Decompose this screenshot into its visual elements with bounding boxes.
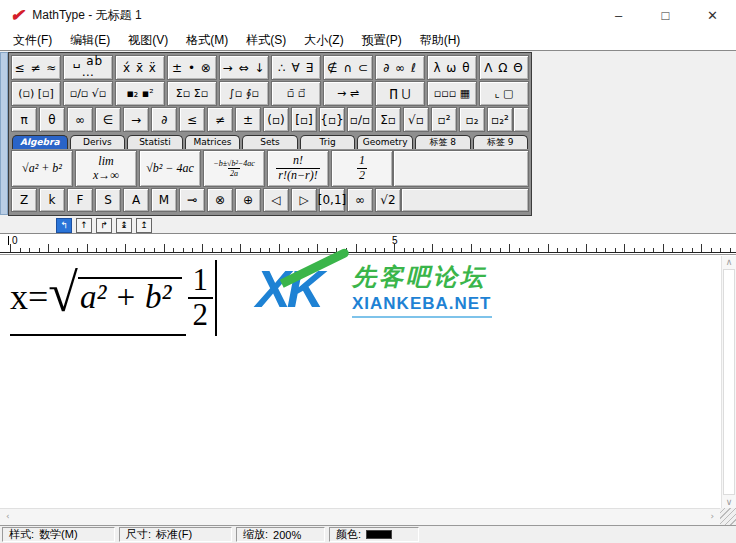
small-symbol-button[interactable]: ▫∕▫ bbox=[347, 107, 373, 132]
small-symbol-button[interactable]: ± bbox=[235, 107, 261, 132]
palette-tab[interactable]: 标签 8 bbox=[415, 135, 471, 149]
small-symbol-button[interactable]: ▫₂ bbox=[459, 107, 485, 132]
menu-item[interactable]: 视图(V) bbox=[119, 30, 177, 50]
small-symbol-button[interactable]: ≤ bbox=[179, 107, 205, 132]
palette-tab[interactable]: 标签 9 bbox=[473, 135, 529, 149]
palette-tab[interactable]: Matrices bbox=[185, 135, 241, 149]
small-symbol-button[interactable]: ⊸ bbox=[179, 188, 205, 212]
scroll-down-icon[interactable]: ∨ bbox=[722, 497, 736, 507]
scroll-left-icon[interactable]: ‹ bbox=[6, 511, 10, 521]
template-palette-button[interactable]: (▫) [▫] bbox=[11, 81, 61, 106]
symbol-palette-button[interactable]: λ ω θ bbox=[427, 55, 477, 80]
palette-tab[interactable]: Sets bbox=[242, 135, 298, 149]
small-symbol-button[interactable]: ▫₂² bbox=[487, 107, 513, 132]
small-symbol-button[interactable]: π bbox=[11, 107, 37, 132]
expression-template-button[interactable]: −b±√b²−4ac 2a bbox=[203, 150, 265, 187]
insertion-style-button[interactable]: ↥ bbox=[136, 218, 152, 233]
symbol-palette-button[interactable]: ≤ ≠ ≈ bbox=[11, 55, 61, 80]
template-palette-button[interactable]: Σ▫ Σ▫ bbox=[167, 81, 217, 106]
insertion-style-button[interactable]: ↰ bbox=[56, 218, 72, 233]
status-size[interactable]: 尺寸: 标准(F) bbox=[119, 527, 232, 542]
template-palette-button[interactable]: ▫▫▫ ▦ bbox=[427, 81, 477, 106]
menu-item[interactable]: 预置(P) bbox=[353, 30, 411, 50]
menu-item[interactable]: 样式(S) bbox=[237, 30, 295, 50]
small-symbol-button[interactable]: {▫} bbox=[319, 107, 345, 132]
palette-tab[interactable]: Trig bbox=[300, 135, 356, 149]
horizontal-scrollbar[interactable]: ‹ › bbox=[0, 508, 720, 525]
status-style[interactable]: 样式: 数学(M) bbox=[2, 527, 115, 542]
small-symbol-button[interactable]: ∞ bbox=[67, 107, 93, 132]
small-symbol-button[interactable]: ⊕ bbox=[235, 188, 261, 212]
palette-tab[interactable]: Statisti bbox=[127, 135, 183, 149]
small-symbol-button[interactable]: ▫² bbox=[431, 107, 457, 132]
radicand: a² + b² bbox=[78, 277, 182, 318]
small-symbol-button[interactable]: M bbox=[151, 188, 177, 212]
scroll-up-icon[interactable]: ∧ bbox=[722, 257, 736, 267]
menu-item[interactable]: 文件(F) bbox=[4, 30, 61, 50]
small-symbol-button[interactable]: ∞ bbox=[347, 188, 373, 212]
maximize-button[interactable]: □ bbox=[642, 0, 689, 30]
small-symbol-button[interactable]: ▷ bbox=[291, 188, 317, 212]
expression-template-button[interactable]: n! r!(n−r)! bbox=[267, 150, 329, 187]
minimize-button[interactable]: – bbox=[595, 0, 642, 30]
small-symbol-button[interactable]: ⊗ bbox=[207, 188, 233, 212]
symbol-palette-button[interactable]: → ⇔ ↓ bbox=[219, 55, 269, 80]
vertical-scrollbar[interactable]: ∧ ∨ bbox=[721, 256, 736, 508]
scroll-right-icon[interactable]: › bbox=[710, 511, 714, 521]
close-button[interactable]: ✕ bbox=[689, 0, 736, 30]
menu-item[interactable]: 大小(Z) bbox=[295, 30, 352, 50]
small-symbol-button[interactable]: [0,1] bbox=[319, 188, 345, 212]
menu-item[interactable]: 编辑(E) bbox=[61, 30, 119, 50]
symbol-palette-button[interactable]: Λ Ω Θ bbox=[479, 55, 529, 80]
template-palette-button[interactable]: ▫̄ ▫⃗ bbox=[271, 81, 321, 106]
symbol-palette-button[interactable]: ± • ⊗ bbox=[167, 55, 217, 80]
symbol-palette-button[interactable]: ␣ ab ⋯ bbox=[63, 55, 113, 80]
symbol-palette-button[interactable]: ∴ ∀ ∃ bbox=[271, 55, 321, 80]
small-symbol-button[interactable]: ≠ bbox=[207, 107, 233, 132]
expression-template-button[interactable]: √a² + b² bbox=[11, 150, 73, 187]
symbol-palette-button[interactable]: x́ x̄ ẍ bbox=[115, 55, 165, 80]
symbol-palette-button[interactable]: ∂ ∞ ℓ bbox=[375, 55, 425, 80]
small-symbol-button[interactable]: F bbox=[67, 188, 93, 212]
small-symbol-button[interactable]: (▫) bbox=[263, 107, 289, 132]
palette-tab[interactable]: Geometry bbox=[357, 135, 413, 149]
expression-template-button[interactable]: √b² − 4ac bbox=[139, 150, 201, 187]
small-symbol-button[interactable]: Z bbox=[11, 188, 37, 212]
status-color[interactable]: 颜色: bbox=[329, 527, 419, 542]
insertion-style-button[interactable]: ↱ bbox=[96, 218, 112, 233]
palette-tab[interactable]: Algebra bbox=[12, 135, 68, 149]
insertion-style-button[interactable]: ↨ bbox=[116, 218, 132, 233]
small-symbol-button[interactable]: A bbox=[123, 188, 149, 212]
small-symbol-button[interactable]: S bbox=[95, 188, 121, 212]
small-symbol-button[interactable]: → bbox=[123, 107, 149, 132]
template-palette-button[interactable]: ▫/▫ √▫ bbox=[63, 81, 113, 106]
expression-template-button[interactable]: lim x→∞ bbox=[75, 150, 137, 187]
small-symbol-button[interactable]: ∈ bbox=[95, 107, 121, 132]
app-icon[interactable]: ✔ bbox=[10, 5, 24, 26]
small-symbol-button[interactable]: Σ▫ bbox=[375, 107, 401, 132]
menu-item[interactable]: 格式(M) bbox=[177, 30, 237, 50]
menu-item[interactable]: 帮助(H) bbox=[411, 30, 470, 50]
small-symbol-button[interactable]: √▫ bbox=[403, 107, 429, 132]
small-symbol-button[interactable]: [▫] bbox=[291, 107, 317, 132]
resize-grip[interactable] bbox=[720, 508, 736, 525]
ruler[interactable]: 0 5 bbox=[0, 233, 736, 253]
symbol-palette-button[interactable]: ∉ ∩ ⊂ bbox=[323, 55, 373, 80]
equation-canvas[interactable]: x= √ a² + b² 1 2 XK 先客吧论坛 XIANKEBA.NET ∧ bbox=[0, 254, 736, 508]
small-symbol-button[interactable]: θ bbox=[39, 107, 65, 132]
insertion-style-button[interactable]: ↑ bbox=[76, 218, 92, 233]
expression-template-button[interactable]: 1 2 bbox=[331, 150, 393, 187]
vertical-scroll-thumb[interactable] bbox=[723, 269, 735, 495]
small-symbol-button[interactable]: k bbox=[39, 188, 65, 212]
small-symbol-button[interactable]: √2 bbox=[375, 188, 401, 212]
template-palette-button[interactable]: ▪₂ ▪² bbox=[115, 81, 165, 106]
small-symbol-button[interactable]: ∂ bbox=[151, 107, 177, 132]
template-palette-button[interactable]: ∏ ⋃ bbox=[375, 81, 425, 106]
status-zoom[interactable]: 缩放: 200% bbox=[236, 527, 325, 542]
template-palette-button[interactable]: ⌞ ▢ bbox=[479, 81, 529, 106]
template-palette-button[interactable]: → ⇌ bbox=[323, 81, 373, 106]
toolbar-grip[interactable] bbox=[0, 52, 8, 215]
small-symbol-button[interactable]: ◁ bbox=[263, 188, 289, 212]
template-palette-button[interactable]: ∫▫ ∮▫ bbox=[219, 81, 269, 106]
palette-tab[interactable]: Derivs bbox=[70, 135, 126, 149]
